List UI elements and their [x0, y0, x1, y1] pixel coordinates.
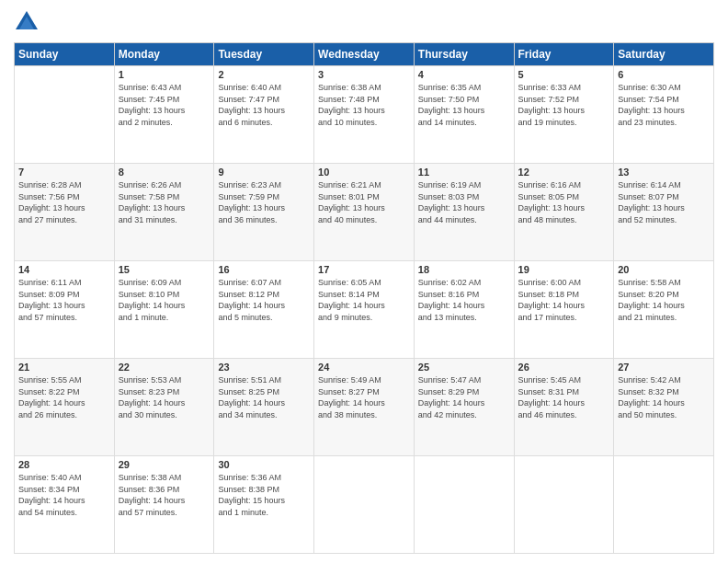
day-detail: Sunrise: 5:38 AM Sunset: 8:36 PM Dayligh… — [119, 472, 210, 518]
calendar-day-cell: 13Sunrise: 6:14 AM Sunset: 8:07 PM Dayli… — [614, 164, 714, 261]
day-number: 18 — [418, 264, 510, 275]
day-detail: Sunrise: 5:40 AM Sunset: 8:34 PM Dayligh… — [18, 472, 110, 518]
day-number: 24 — [318, 362, 410, 373]
day-detail: Sunrise: 5:58 AM Sunset: 8:20 PM Dayligh… — [618, 277, 710, 323]
day-number: 3 — [318, 69, 410, 80]
day-number: 29 — [119, 459, 210, 470]
day-detail: Sunrise: 6:26 AM Sunset: 7:58 PM Dayligh… — [119, 179, 210, 225]
calendar-day-cell: 17Sunrise: 6:05 AM Sunset: 8:14 PM Dayli… — [314, 261, 415, 359]
day-number: 30 — [218, 459, 310, 470]
day-number: 19 — [518, 264, 610, 275]
day-number: 26 — [518, 362, 610, 373]
day-detail: Sunrise: 6:40 AM Sunset: 7:47 PM Dayligh… — [218, 82, 310, 128]
day-number: 13 — [618, 167, 710, 178]
calendar-week-row: 1Sunrise: 6:43 AM Sunset: 7:45 PM Daylig… — [15, 66, 714, 164]
day-number: 2 — [218, 69, 310, 80]
calendar-day-cell — [514, 456, 614, 554]
calendar-day-cell: 9Sunrise: 6:23 AM Sunset: 7:59 PM Daylig… — [214, 164, 314, 261]
day-detail: Sunrise: 5:51 AM Sunset: 8:25 PM Dayligh… — [218, 374, 310, 420]
day-detail: Sunrise: 6:35 AM Sunset: 7:50 PM Dayligh… — [418, 82, 510, 128]
day-number: 4 — [418, 69, 510, 80]
day-number: 7 — [18, 167, 110, 178]
calendar-day-cell: 18Sunrise: 6:02 AM Sunset: 8:16 PM Dayli… — [414, 261, 514, 359]
day-detail: Sunrise: 6:43 AM Sunset: 7:45 PM Dayligh… — [119, 82, 210, 128]
calendar-day-cell — [414, 456, 514, 554]
calendar-day-cell: 11Sunrise: 6:19 AM Sunset: 8:03 PM Dayli… — [414, 164, 514, 261]
calendar-day-cell: 23Sunrise: 5:51 AM Sunset: 8:25 PM Dayli… — [214, 359, 314, 456]
day-number: 12 — [518, 167, 610, 178]
calendar-day-header: Friday — [514, 43, 614, 66]
calendar-day-cell: 5Sunrise: 6:33 AM Sunset: 7:52 PM Daylig… — [514, 66, 614, 164]
calendar-day-cell: 26Sunrise: 5:45 AM Sunset: 8:31 PM Dayli… — [514, 359, 614, 456]
day-detail: Sunrise: 6:21 AM Sunset: 8:01 PM Dayligh… — [318, 179, 410, 225]
day-detail: Sunrise: 6:16 AM Sunset: 8:05 PM Dayligh… — [518, 179, 610, 225]
calendar-day-cell: 27Sunrise: 5:42 AM Sunset: 8:32 PM Dayli… — [614, 359, 714, 456]
header — [14, 9, 714, 35]
day-number: 21 — [18, 362, 110, 373]
calendar-day-cell: 3Sunrise: 6:38 AM Sunset: 7:48 PM Daylig… — [314, 66, 415, 164]
calendar-week-row: 21Sunrise: 5:55 AM Sunset: 8:22 PM Dayli… — [15, 359, 714, 456]
calendar-day-header: Wednesday — [314, 43, 415, 66]
logo-icon — [14, 9, 40, 35]
day-detail: Sunrise: 6:07 AM Sunset: 8:12 PM Dayligh… — [218, 277, 310, 323]
day-number: 8 — [119, 167, 210, 178]
calendar-day-cell: 30Sunrise: 5:36 AM Sunset: 8:38 PM Dayli… — [214, 456, 314, 554]
calendar-day-cell: 4Sunrise: 6:35 AM Sunset: 7:50 PM Daylig… — [414, 66, 514, 164]
calendar-table: SundayMondayTuesdayWednesdayThursdayFrid… — [14, 42, 714, 554]
day-detail: Sunrise: 6:28 AM Sunset: 7:56 PM Dayligh… — [18, 179, 110, 225]
calendar-day-cell: 8Sunrise: 6:26 AM Sunset: 7:58 PM Daylig… — [114, 164, 214, 261]
day-detail: Sunrise: 6:00 AM Sunset: 8:18 PM Dayligh… — [518, 277, 610, 323]
day-number: 15 — [119, 264, 210, 275]
calendar-day-cell — [614, 456, 714, 554]
calendar-day-cell: 21Sunrise: 5:55 AM Sunset: 8:22 PM Dayli… — [15, 359, 115, 456]
day-detail: Sunrise: 5:36 AM Sunset: 8:38 PM Dayligh… — [218, 472, 310, 518]
calendar-day-cell: 24Sunrise: 5:49 AM Sunset: 8:27 PM Dayli… — [314, 359, 415, 456]
calendar-day-cell — [15, 66, 115, 164]
calendar-week-row: 14Sunrise: 6:11 AM Sunset: 8:09 PM Dayli… — [15, 261, 714, 359]
calendar-week-row: 7Sunrise: 6:28 AM Sunset: 7:56 PM Daylig… — [15, 164, 714, 261]
day-detail: Sunrise: 6:09 AM Sunset: 8:10 PM Dayligh… — [119, 277, 210, 323]
day-number: 11 — [418, 167, 510, 178]
day-detail: Sunrise: 6:02 AM Sunset: 8:16 PM Dayligh… — [418, 277, 510, 323]
calendar-day-header: Tuesday — [214, 43, 314, 66]
calendar-day-cell: 6Sunrise: 6:30 AM Sunset: 7:54 PM Daylig… — [614, 66, 714, 164]
day-detail: Sunrise: 6:30 AM Sunset: 7:54 PM Dayligh… — [618, 82, 710, 128]
day-detail: Sunrise: 6:38 AM Sunset: 7:48 PM Dayligh… — [318, 82, 410, 128]
day-number: 27 — [618, 362, 710, 373]
day-detail: Sunrise: 5:49 AM Sunset: 8:27 PM Dayligh… — [318, 374, 410, 420]
calendar-day-header: Thursday — [414, 43, 514, 66]
day-detail: Sunrise: 6:33 AM Sunset: 7:52 PM Dayligh… — [518, 82, 610, 128]
day-detail: Sunrise: 6:14 AM Sunset: 8:07 PM Dayligh… — [618, 179, 710, 225]
calendar-day-cell: 10Sunrise: 6:21 AM Sunset: 8:01 PM Dayli… — [314, 164, 415, 261]
calendar-day-header: Sunday — [15, 43, 115, 66]
calendar-day-cell: 20Sunrise: 5:58 AM Sunset: 8:20 PM Dayli… — [614, 261, 714, 359]
calendar-day-cell: 7Sunrise: 6:28 AM Sunset: 7:56 PM Daylig… — [15, 164, 115, 261]
day-number: 17 — [318, 264, 410, 275]
day-number: 25 — [418, 362, 510, 373]
day-number: 16 — [218, 264, 310, 275]
day-number: 22 — [119, 362, 210, 373]
logo — [14, 9, 43, 35]
day-number: 6 — [618, 69, 710, 80]
calendar-day-cell: 22Sunrise: 5:53 AM Sunset: 8:23 PM Dayli… — [114, 359, 214, 456]
day-number: 10 — [318, 167, 410, 178]
day-detail: Sunrise: 6:11 AM Sunset: 8:09 PM Dayligh… — [18, 277, 110, 323]
day-number: 14 — [18, 264, 110, 275]
day-number: 23 — [218, 362, 310, 373]
day-number: 5 — [518, 69, 610, 80]
calendar-day-cell: 25Sunrise: 5:47 AM Sunset: 8:29 PM Dayli… — [414, 359, 514, 456]
day-detail: Sunrise: 5:42 AM Sunset: 8:32 PM Dayligh… — [618, 374, 710, 420]
calendar-header-row: SundayMondayTuesdayWednesdayThursdayFrid… — [15, 43, 714, 66]
calendar-day-cell: 19Sunrise: 6:00 AM Sunset: 8:18 PM Dayli… — [514, 261, 614, 359]
day-detail: Sunrise: 5:47 AM Sunset: 8:29 PM Dayligh… — [418, 374, 510, 420]
day-detail: Sunrise: 5:45 AM Sunset: 8:31 PM Dayligh… — [518, 374, 610, 420]
calendar-day-cell: 2Sunrise: 6:40 AM Sunset: 7:47 PM Daylig… — [214, 66, 314, 164]
calendar-day-cell: 15Sunrise: 6:09 AM Sunset: 8:10 PM Dayli… — [114, 261, 214, 359]
page: SundayMondayTuesdayWednesdayThursdayFrid… — [0, 0, 728, 563]
calendar-day-cell: 14Sunrise: 6:11 AM Sunset: 8:09 PM Dayli… — [15, 261, 115, 359]
calendar-day-cell: 1Sunrise: 6:43 AM Sunset: 7:45 PM Daylig… — [114, 66, 214, 164]
calendar-day-cell: 28Sunrise: 5:40 AM Sunset: 8:34 PM Dayli… — [15, 456, 115, 554]
calendar-day-cell: 29Sunrise: 5:38 AM Sunset: 8:36 PM Dayli… — [114, 456, 214, 554]
calendar-day-header: Monday — [114, 43, 214, 66]
day-number: 9 — [218, 167, 310, 178]
